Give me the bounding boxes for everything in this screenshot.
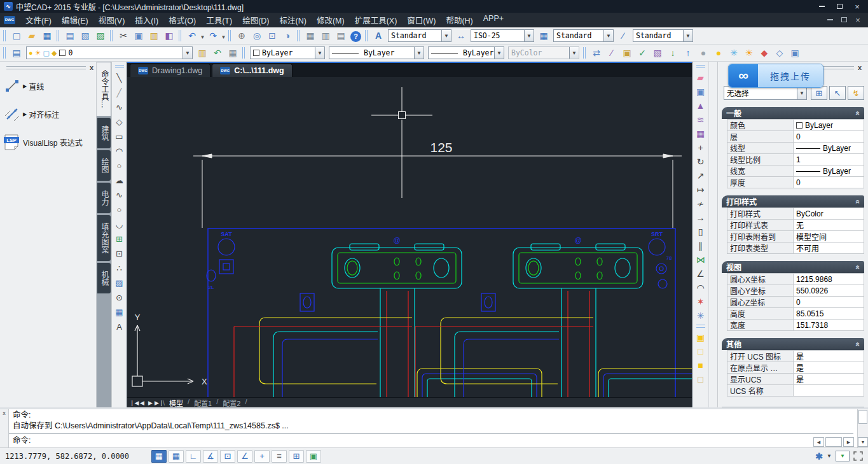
layer-select[interactable]: ● ☀ ▢ ◆ 0▼ bbox=[26, 46, 193, 59]
dim-style-icon[interactable]: ↔ bbox=[454, 29, 468, 43]
menu-draw[interactable]: 绘图(D) bbox=[237, 13, 274, 27]
palette-tab-hatch-patterns[interactable]: 填充图案 bbox=[97, 215, 111, 261]
prop-value[interactable]: 0 bbox=[794, 297, 864, 308]
prop-value[interactable]: ByColor bbox=[794, 208, 864, 220]
command-hscroll-right[interactable]: ▶ bbox=[843, 437, 854, 447]
layout-prev-button[interactable]: ◀ bbox=[138, 400, 146, 406]
chamfer-button[interactable]: ∠ bbox=[694, 267, 708, 281]
dim-style-select[interactable]: ISO-25▼ bbox=[471, 29, 534, 42]
menu-edit[interactable]: 编辑(E) bbox=[57, 13, 93, 27]
prop-value[interactable]: 无 bbox=[794, 220, 864, 231]
menu-tools[interactable]: 工具(T) bbox=[201, 13, 237, 27]
insert-block-button[interactable]: ⊞ bbox=[113, 232, 126, 246]
menu-window[interactable]: 窗口(W) bbox=[402, 13, 441, 27]
prop-value[interactable]: ByLayer bbox=[794, 143, 864, 154]
layer-previous-button[interactable]: ↶ bbox=[210, 46, 224, 60]
fullscreen-icon[interactable] bbox=[853, 451, 863, 461]
layout-last-button[interactable]: ▶❘ bbox=[155, 400, 163, 406]
drawing-canvas[interactable]: @ @ SAT SRT 2L bbox=[127, 77, 692, 397]
dropdown-caret[interactable]: ▼ bbox=[221, 34, 226, 40]
doc-minimize-button[interactable] bbox=[823, 15, 836, 24]
lineweight-select[interactable]: ByLayer▼ bbox=[428, 46, 504, 59]
layer-states-button[interactable]: ▦ bbox=[226, 46, 240, 60]
prop-section-header-view[interactable]: 视图» bbox=[722, 261, 864, 273]
ellipse-button[interactable]: ○ bbox=[113, 203, 126, 216]
text-style-select[interactable]: Standard▼ bbox=[388, 29, 451, 42]
point-button[interactable]: ∴ bbox=[113, 262, 126, 275]
fillet-button[interactable]: ◠ bbox=[694, 281, 708, 295]
palette-tab-drawing[interactable]: 绘图 bbox=[97, 150, 111, 181]
table-button[interactable]: ▦ bbox=[113, 306, 126, 319]
doc-restore-button[interactable] bbox=[837, 15, 850, 24]
prop-value[interactable]: 151.7318 bbox=[794, 320, 864, 331]
dwg-document-icon[interactable]: DWG bbox=[4, 16, 15, 24]
tool-palettes-button[interactable]: ▥ bbox=[319, 29, 333, 43]
command-line-area[interactable]: x 命令: 自动保存到 C:\Users\Administrator\AppDa… bbox=[0, 407, 868, 447]
selection-filter-select[interactable]: 无选择▼ bbox=[724, 86, 807, 100]
lineweight-toggle[interactable]: ≡ bbox=[272, 450, 287, 463]
dropdown-caret[interactable]: ▼ bbox=[200, 34, 205, 40]
menu-modify[interactable]: 修改(M) bbox=[312, 13, 350, 27]
prop-value[interactable] bbox=[794, 385, 864, 397]
undo-button[interactable]: ↶ bbox=[185, 29, 199, 43]
layout-next-button[interactable]: ▶ bbox=[146, 400, 155, 406]
prop-value[interactable]: ByLayer bbox=[794, 165, 864, 177]
match-properties-button[interactable]: ◧ bbox=[162, 29, 176, 43]
command-vscroll-down[interactable]: ▼ bbox=[858, 437, 868, 447]
layer-walk-button[interactable]: ▧ bbox=[651, 46, 665, 60]
arc-button[interactable]: ◠ bbox=[113, 144, 126, 158]
break-button[interactable]: ∥ bbox=[694, 239, 708, 253]
collapse-chevron-icon[interactable]: » bbox=[853, 199, 862, 204]
make-block-button[interactable]: ⊡ bbox=[113, 247, 126, 260]
model-space-toggle[interactable]: ⊞ bbox=[289, 450, 304, 463]
command-hscroll-left[interactable]: ◀ bbox=[813, 437, 824, 447]
menu-app-plus[interactable]: APP+ bbox=[478, 13, 509, 27]
palette-item-visuallisp-expression[interactable]: LSPVisualLisp 表达式 bbox=[0, 128, 96, 156]
mleader-style-icon[interactable]: ∕ bbox=[616, 29, 630, 43]
plot-preview-button[interactable]: ▧ bbox=[78, 29, 92, 43]
mtext-button[interactable]: A bbox=[113, 320, 126, 334]
otrack-toggle[interactable]: ∠ bbox=[237, 450, 252, 463]
grid-toggle[interactable]: ▦ bbox=[169, 450, 184, 463]
settings-caret-icon[interactable]: ▼ bbox=[827, 453, 832, 459]
palette-tab-command-tools[interactable]: 命令工具… bbox=[97, 62, 111, 116]
layer-export-button[interactable]: ↑ bbox=[681, 46, 695, 60]
layer-validate-button[interactable]: ✓ bbox=[635, 46, 649, 60]
properties-close-icon[interactable]: x bbox=[858, 64, 862, 71]
pan-button[interactable]: ⊕ bbox=[235, 29, 249, 43]
prop-value[interactable]: 0 bbox=[794, 131, 864, 143]
menu-view[interactable]: 视图(V) bbox=[93, 13, 130, 27]
move-button[interactable]: + bbox=[694, 141, 708, 155]
sheet-set-button[interactable]: ▤ bbox=[334, 29, 348, 43]
command-scrollbar[interactable]: ▼ bbox=[857, 409, 868, 447]
osnap-toggle[interactable]: ⊡ bbox=[220, 450, 235, 463]
command-vscroll-thumb[interactable] bbox=[858, 410, 867, 424]
prop-value[interactable]: 不可用 bbox=[794, 243, 864, 254]
prop-value[interactable]: 1 bbox=[794, 154, 864, 165]
line-button[interactable]: ╲ bbox=[113, 71, 126, 85]
rectangle-button[interactable]: ▭ bbox=[113, 130, 126, 143]
prop-value[interactable]: ByLayer bbox=[794, 120, 864, 131]
menu-express-tools[interactable]: 扩展工具(X) bbox=[350, 13, 403, 27]
layer-lock-button[interactable]: ◆ bbox=[757, 46, 771, 60]
layout-tab-model[interactable]: 模型 bbox=[165, 398, 188, 408]
prop-section-header-general[interactable]: 一般» bbox=[722, 107, 864, 119]
prop-value[interactable]: 85.0515 bbox=[794, 308, 864, 320]
zoom-previous-button[interactable]: ◑ bbox=[280, 29, 294, 43]
minimize-button[interactable] bbox=[813, 1, 830, 11]
revision-cloud-button[interactable]: ☁ bbox=[113, 174, 126, 187]
palette-grip[interactable] bbox=[6, 66, 86, 69]
join-button[interactable]: ⋈ bbox=[694, 253, 708, 267]
erase-button[interactable]: ▰ bbox=[694, 71, 708, 85]
circle-button[interactable]: ○ bbox=[113, 159, 126, 172]
prop-value[interactable]: 是 bbox=[794, 374, 864, 385]
prop-value[interactable]: 550.0926 bbox=[794, 285, 864, 297]
layer-on-button[interactable]: ● bbox=[712, 46, 726, 60]
table-style-select[interactable]: Standard▼ bbox=[553, 29, 614, 42]
designcenter-button[interactable]: ▦ bbox=[303, 29, 317, 43]
region-button[interactable]: ⊙ bbox=[113, 291, 126, 304]
menu-insert[interactable]: 插入(I) bbox=[130, 13, 163, 27]
doc-tab-111-dwg[interactable]: DWGC:\...\111.dwg bbox=[212, 64, 293, 77]
toolbar-grip[interactable] bbox=[696, 65, 705, 68]
color-select[interactable]: ByLayer▼ bbox=[250, 46, 325, 59]
